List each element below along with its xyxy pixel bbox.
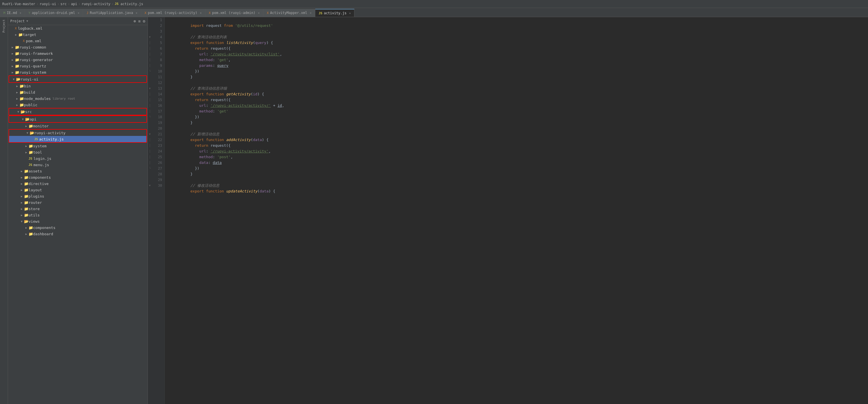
tree-item-ruoyi-common[interactable]: ▶ 📁 ruoyi-common	[8, 44, 148, 50]
folder-icon-store: 📁	[24, 207, 29, 211]
breadcrumb-item-3[interactable]: src	[61, 2, 67, 6]
folder-icon-system2: 📁	[29, 144, 33, 148]
ln-10: 10	[152, 68, 162, 74]
arrow-directive: ▶	[20, 182, 24, 185]
tab-label-activityjs: activity.js	[324, 11, 346, 15]
sidebar-dropdown-arrow[interactable]: ▼	[27, 20, 28, 23]
ln-13: 13	[152, 86, 162, 91]
ln-18: 18	[152, 114, 162, 120]
tab-close-mapper[interactable]: ×	[310, 11, 312, 15]
locate-icon[interactable]: ⊕	[133, 19, 136, 23]
tab-close-activityjs[interactable]: ×	[349, 12, 351, 15]
label-ruoyi-system: ruoyi-system	[20, 70, 46, 75]
folder-icon-assets: 📁	[24, 169, 29, 173]
label-ruoyi-generator: ruoyi-generator	[20, 58, 53, 62]
tree-item-directive[interactable]: ▶ 📁 directive	[8, 180, 148, 187]
gutter-17: │	[148, 109, 152, 114]
breadcrumb-item-2[interactable]: ruoyi-ui	[40, 2, 56, 6]
gutter-15: │	[148, 97, 152, 103]
tree-item-logback[interactable]: X logback.xml	[8, 25, 148, 31]
ln-3: 3	[152, 29, 162, 34]
code-line-11	[168, 74, 868, 80]
settings-icon[interactable]: ⚙	[143, 19, 145, 23]
tab-pom-admin[interactable]: X pom.xml (ruoyi-admin) ×	[206, 9, 264, 17]
tree-item-ruoyi-activity[interactable]: ▼ 📂 ruoyi-activity	[9, 129, 146, 136]
tab-close-ruoyi[interactable]: ×	[136, 11, 137, 15]
tree-item-plugins[interactable]: ▶ 📁 plugins	[8, 193, 148, 199]
tree-item-public[interactable]: ▶ 📁 public	[8, 102, 148, 108]
tree-item-ruoyi-quartz[interactable]: ▶ 📁 ruoyi-quartz	[8, 63, 148, 69]
tree-item-assets[interactable]: ▶ 📁 assets	[8, 168, 148, 174]
tree-item-monitor[interactable]: ▶ 📁 monitor	[8, 123, 148, 129]
tree-item-layout[interactable]: ▶ 📁 layout	[8, 187, 148, 193]
gutter-16: │	[148, 103, 152, 109]
redbox-ruoyi-activity: ▼ 📂 ruoyi-activity JS activity.js	[8, 129, 147, 143]
breadcrumb-item-4[interactable]: api	[71, 2, 77, 6]
tree-item-views-components[interactable]: ▶ 📁 components	[8, 224, 148, 231]
tab-close-pom-admin[interactable]: ×	[258, 11, 260, 15]
tab-pom-activity[interactable]: X pom.xml (ruoyi-activity) ×	[141, 9, 206, 17]
folder-icon-plugins: 📁	[24, 194, 29, 198]
tree-item-build[interactable]: ▶ 📁 build	[8, 89, 148, 95]
tab-icon-activityjs: JS	[319, 11, 322, 15]
breadcrumb-item-1[interactable]: RuoYi-Vue-master	[2, 2, 35, 6]
code-line-15: url: '/ruoyi-activity/activity/' + id,	[168, 97, 868, 103]
tab-close-readme[interactable]: ×	[20, 11, 22, 15]
code-line-9: })	[168, 63, 868, 68]
tree-item-ruoyi-generator[interactable]: ▶ 📁 ruoyi-generator	[8, 57, 148, 63]
folder-icon-src: 📂	[21, 110, 25, 114]
tree-item-pom[interactable]: X pom.xml	[8, 38, 148, 44]
tree-item-api[interactable]: ▼ 📂 api	[9, 116, 146, 122]
tab-ruoyi-app[interactable]: J RuoYiApplication.java ×	[83, 9, 141, 17]
code-area: ▼ │ │ │ │ │ └ ▼ │ │ │ │ └ ▼ │ │ │	[148, 17, 868, 404]
tree-item-router[interactable]: ▶ 📁 router	[8, 199, 148, 206]
label-build: build	[24, 90, 35, 94]
tree-item-components[interactable]: ▶ 📁 components	[8, 174, 148, 180]
arrow-dashboard: ▶	[24, 232, 29, 235]
tab-activity-mapper[interactable]: X ActivityMapper.xml ×	[264, 9, 315, 17]
tab-activity-js[interactable]: JS activity.js ×	[315, 9, 355, 17]
tree-item-ruoyi-ui[interactable]: ▼ 📂 ruoyi-ui	[9, 76, 146, 82]
tree-item-menu-js[interactable]: JS menu.js	[8, 162, 148, 168]
tree-item-store[interactable]: ▶ 📁 store	[8, 206, 148, 212]
tree-item-ruoyi-framework[interactable]: ▶ 📁 ruoyi-framework	[8, 50, 148, 57]
folder-icon-utils: 📁	[24, 213, 29, 217]
tab-druid[interactable]: Y application-druid.yml ×	[25, 9, 83, 17]
code-line-29: // 修改活动信息	[168, 177, 868, 183]
tree-item-src[interactable]: ▼ 📂 src	[9, 109, 146, 115]
arrow-layout: ▶	[20, 189, 24, 192]
gutter-18: └	[148, 114, 152, 120]
tree-item-ruoyi-system[interactable]: ▶ 📁 ruoyi-system	[8, 69, 148, 76]
folder-icon-generator: 📁	[15, 58, 20, 62]
project-panel-icon[interactable]: Project	[2, 20, 6, 33]
ln-12: 12	[152, 80, 162, 86]
label-logback: logback.xml	[18, 26, 42, 31]
tree-item-bin[interactable]: ▶ 📁 bin	[8, 83, 148, 89]
arrow-ruoyi-ui: ▼	[11, 78, 16, 81]
tree-item-target[interactable]: ▶ 📁 target	[8, 31, 148, 38]
folder-icon-framework: 📁	[15, 51, 20, 56]
sidebar-title: Project	[10, 19, 25, 23]
tab-close-druid[interactable]: ×	[78, 11, 79, 15]
collapse-icon[interactable]: ≡	[138, 19, 141, 23]
tree-item-dashboard[interactable]: ▶ 📁 dashboard	[8, 231, 148, 237]
breadcrumb-sep-5: ›	[112, 2, 114, 6]
label-menu-js: menu.js	[33, 163, 49, 167]
code-content[interactable]: import request from '@/utils/request' //…	[165, 17, 868, 404]
label-directive: directive	[29, 181, 49, 186]
breadcrumb-item-6[interactable]: activity.js	[120, 2, 143, 6]
breadcrumb-item-5[interactable]: ruoyi-activity	[82, 2, 111, 6]
code-line-18: }	[168, 114, 868, 120]
code-editor[interactable]: ▼ │ │ │ │ │ └ ▼ │ │ │ │ └ ▼ │ │ │	[148, 17, 868, 404]
tree-item-activity-js[interactable]: JS activity.js	[9, 136, 146, 142]
tree-item-tool[interactable]: ▶ 📁 tool	[8, 149, 148, 155]
tree-item-views[interactable]: ▼ 📂 views	[8, 218, 148, 224]
tab-readme[interactable]: M IE.md ×	[0, 9, 25, 17]
tree-item-system[interactable]: ▶ 📁 system	[8, 143, 148, 149]
tree-item-utils[interactable]: ▶ 📁 utils	[8, 212, 148, 218]
tree-item-node-modules[interactable]: ▶ 📁 node_modules library root	[8, 95, 148, 102]
label-plugins: plugins	[29, 194, 44, 198]
gutter-27: └	[148, 166, 152, 171]
tree-item-login-js[interactable]: JS login.js	[8, 155, 148, 162]
tab-close-pom-activity[interactable]: ×	[200, 11, 202, 15]
